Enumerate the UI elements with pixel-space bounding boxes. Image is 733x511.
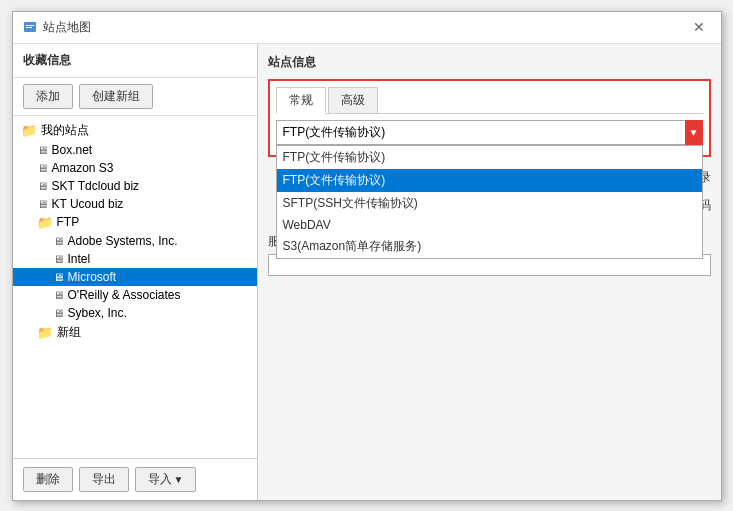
main-content: 收藏信息 添加 创建新组 📁我的站点🖥Box.net🖥Amazon S3🖥SKT… <box>13 44 721 500</box>
tree-item-sybex[interactable]: 🖥Sybex, Inc. <box>13 304 257 322</box>
tree-item-label: 新组 <box>57 324 81 341</box>
import-label: 导入 <box>148 471 172 488</box>
dropdown-arrow-icon: ▼ <box>685 120 703 145</box>
tree-item-oreilly[interactable]: 🖥O'Reilly & Associates <box>13 286 257 304</box>
tab-bar: 常规 高级 <box>276 87 703 114</box>
tree-item-microsoft[interactable]: 🖥Microsoft <box>13 268 257 286</box>
file-icon: 🖥 <box>53 271 64 283</box>
tree-item-label: SKT Tdcloud biz <box>52 179 140 193</box>
tab-advanced[interactable]: 高级 <box>328 87 378 113</box>
export-button[interactable]: 导出 <box>79 467 129 492</box>
left-panel-header: 收藏信息 <box>13 44 257 78</box>
right-panel: 站点信息 常规 高级 FTP(文件传输协议) ▼ <box>258 44 721 500</box>
dropdown-option-s3[interactable]: S3(Amazon简单存储服务) <box>277 235 702 258</box>
window-icon <box>23 20 37 34</box>
protocol-dropdown-menu: FTP(文件传输协议) FTP(文件传输协议) SFTP(SSH文件传输协议) … <box>276 145 703 259</box>
svg-rect-1 <box>26 25 34 26</box>
tree-item-label: O'Reilly & Associates <box>68 288 181 302</box>
file-icon: 🖥 <box>53 307 64 319</box>
tree-item-ftp[interactable]: 📁FTP <box>13 213 257 232</box>
tree-item-intel[interactable]: 🖥Intel <box>13 250 257 268</box>
tree-item-adobe[interactable]: 🖥Adobe Systems, Inc. <box>13 232 257 250</box>
file-icon: 🖥 <box>53 289 64 301</box>
site-info-box: 常规 高级 FTP(文件传输协议) ▼ FTP(文件传输协议) <box>268 79 711 157</box>
protocol-dropdown-display[interactable]: FTP(文件传输协议) ▼ <box>276 120 703 145</box>
folder-icon: 📁 <box>37 325 53 340</box>
tree-item-my-sites[interactable]: 📁我的站点 <box>13 120 257 141</box>
right-panel-header: 站点信息 <box>268 54 711 71</box>
create-group-button[interactable]: 创建新组 <box>79 84 153 109</box>
tree-item-amazon-s3[interactable]: 🖥Amazon S3 <box>13 159 257 177</box>
tree-item-label: Intel <box>68 252 91 266</box>
tree-item-label: Box.net <box>52 143 93 157</box>
file-icon: 🖥 <box>37 198 48 210</box>
import-arrow-icon: ▼ <box>174 474 184 485</box>
tab-general[interactable]: 常规 <box>276 87 326 114</box>
main-window: 站点地图 ✕ 收藏信息 添加 创建新组 📁我的站点🖥Box.net🖥Amazon… <box>12 11 722 501</box>
protocol-dropdown[interactable]: FTP(文件传输协议) ▼ FTP(文件传输协议) FTP(文件传输协议) SF… <box>276 120 703 145</box>
import-button[interactable]: 导入 ▼ <box>135 467 197 492</box>
left-toolbar: 添加 创建新组 <box>13 78 257 116</box>
close-button[interactable]: ✕ <box>687 17 711 37</box>
title-bar: 站点地图 ✕ <box>13 12 721 44</box>
tree-item-label: Amazon S3 <box>52 161 114 175</box>
file-icon: 🖥 <box>53 235 64 247</box>
title-bar-left: 站点地图 <box>23 19 91 36</box>
tree-item-label: KT Ucoud biz <box>52 197 124 211</box>
window-title: 站点地图 <box>43 19 91 36</box>
tree-item-label: Sybex, Inc. <box>68 306 127 320</box>
dropdown-option-sftp[interactable]: SFTP(SSH文件传输协议) <box>277 192 702 215</box>
file-icon: 🖥 <box>37 180 48 192</box>
file-icon: 🖥 <box>53 253 64 265</box>
delete-button[interactable]: 删除 <box>23 467 73 492</box>
folder-icon: 📁 <box>21 123 37 138</box>
tree-item-label: Adobe Systems, Inc. <box>68 234 178 248</box>
site-tree: 📁我的站点🖥Box.net🖥Amazon S3🖥SKT Tdcloud biz🖥… <box>13 116 257 458</box>
svg-rect-2 <box>26 27 32 28</box>
protocol-selected-label: FTP(文件传输协议) <box>283 124 386 141</box>
tree-item-kt-ucoud[interactable]: 🖥KT Ucoud biz <box>13 195 257 213</box>
tree-item-skt-cloud[interactable]: 🖥SKT Tdcloud biz <box>13 177 257 195</box>
folder-icon: 📁 <box>37 215 53 230</box>
tree-item-label: Microsoft <box>68 270 117 284</box>
tree-item-box-net[interactable]: 🖥Box.net <box>13 141 257 159</box>
dropdown-option-ftp1[interactable]: FTP(文件传输协议) <box>277 146 702 169</box>
left-panel: 收藏信息 添加 创建新组 📁我的站点🖥Box.net🖥Amazon S3🖥SKT… <box>13 44 258 500</box>
left-footer: 删除 导出 导入 ▼ <box>13 458 257 500</box>
tree-item-new-group[interactable]: 📁新组 <box>13 322 257 343</box>
tree-item-label: 我的站点 <box>41 122 89 139</box>
add-button[interactable]: 添加 <box>23 84 73 109</box>
tree-item-label: FTP <box>57 215 80 229</box>
file-icon: 🖥 <box>37 144 48 156</box>
dropdown-option-webdav[interactable]: WebDAV <box>277 215 702 235</box>
file-icon: 🖥 <box>37 162 48 174</box>
dropdown-option-ftp2[interactable]: FTP(文件传输协议) <box>277 169 702 192</box>
